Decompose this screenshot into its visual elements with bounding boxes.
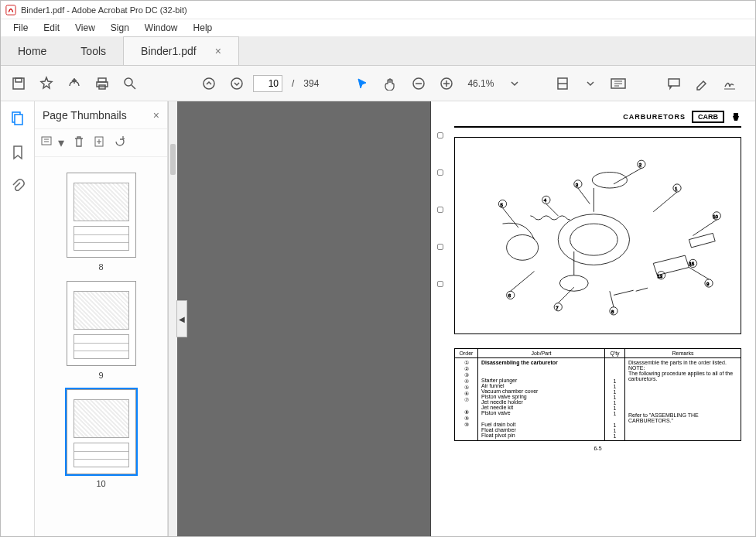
toolbar: / 394 46.1% [1, 66, 755, 101]
svg-text:6: 6 [508, 292, 511, 298]
zoom-value[interactable]: 46.1% [467, 78, 494, 89]
menu-file[interactable]: File [5, 21, 36, 35]
page-header: CARBURETORS CARB [454, 111, 741, 128]
order-5: ⑤ [458, 385, 474, 391]
qty-3: 1 [608, 389, 621, 395]
job-6: Jet needle kit [481, 405, 601, 410]
svg-text:15: 15 [689, 261, 694, 266]
menu-sign[interactable]: Sign [103, 21, 137, 35]
thumbnails-close-icon[interactable]: × [153, 109, 159, 121]
thumb-options-icon[interactable]: ▾ [41, 135, 64, 150]
thumbnails-scrollthumb[interactable] [170, 144, 176, 175]
svg-text:1: 1 [675, 186, 678, 191]
zoom-in-icon[interactable] [435, 72, 458, 95]
svg-point-19 [558, 214, 629, 265]
fit-dropdown-icon[interactable] [579, 72, 602, 95]
share-icon[interactable] [63, 72, 86, 95]
menu-edit[interactable]: Edit [36, 21, 67, 35]
thumbnail-item[interactable]: 10 [67, 389, 136, 488]
thumbnail-number: 8 [67, 262, 136, 272]
qty-6: 1 [608, 405, 621, 411]
save-icon[interactable] [7, 72, 30, 95]
qty-1: 1 [608, 378, 621, 384]
page-up-icon[interactable] [197, 72, 221, 95]
attachments-rail-icon[interactable] [5, 174, 30, 199]
thumbnails-rail-icon[interactable] [5, 106, 30, 131]
zoom-out-icon[interactable] [407, 72, 430, 95]
menu-window[interactable]: Window [137, 21, 186, 35]
print-icon[interactable] [91, 72, 114, 95]
thumbnails-header: Page Thumbnails × [35, 101, 167, 129]
job-3: Vacuum chamber cover [481, 388, 601, 394]
section-name: CARBURETORS [623, 113, 686, 121]
parts-table: Order Job/Part Q'ty Remarks ① ② ③ ④ ⑤ ⑥ … [454, 348, 741, 441]
bookmarks-rail-icon[interactable] [5, 140, 30, 165]
star-icon[interactable] [35, 72, 58, 95]
fit-width-icon[interactable] [551, 72, 574, 95]
svg-rect-16 [42, 137, 51, 145]
svg-text:3: 3 [576, 182, 579, 187]
job-9: Float chamber [481, 427, 601, 433]
thumbnail-number: 10 [67, 479, 136, 488]
window-title: Binder1.pdf - Adobe Acrobat Pro DC (32-b… [21, 5, 187, 15]
content-area: Page Thumbnails × ▾ 8 9 10 [1, 101, 755, 536]
thumb-delete-icon[interactable] [74, 135, 84, 151]
document-area[interactable]: ◀ CARBURETORS CARB [177, 101, 755, 536]
thumbnail-item[interactable]: 9 [67, 281, 136, 380]
order-1: ① [458, 360, 474, 366]
tabbar: Home Tools Binder1.pdf × [1, 36, 755, 66]
order-8: ⑧ [458, 409, 474, 416]
tab-document-label: Binder1.pdf [141, 45, 197, 57]
job-10: Float pivot pin [481, 433, 601, 438]
svg-text:10: 10 [713, 214, 718, 219]
highlight-icon[interactable] [690, 72, 713, 95]
svg-point-8 [231, 78, 242, 89]
job-7: Piston valve [481, 410, 601, 416]
svg-text:9: 9 [706, 281, 710, 286]
comment-icon[interactable] [662, 72, 686, 95]
thumbnail-item[interactable]: 8 [67, 173, 136, 272]
find-icon[interactable] [118, 72, 142, 95]
job-5: Jet needle holder [481, 399, 601, 405]
svg-point-7 [204, 78, 214, 89]
thumbnail-number: 9 [67, 371, 136, 380]
svg-rect-2 [15, 78, 22, 82]
tab-document[interactable]: Binder1.pdf × [123, 36, 239, 65]
select-tool-icon[interactable] [351, 72, 375, 95]
qty-4: 1 [608, 395, 621, 400]
hand-tool-icon[interactable] [379, 72, 402, 95]
svg-rect-0 [6, 5, 15, 14]
zoom-dropdown-icon[interactable] [503, 72, 526, 95]
qty-2: 1 [608, 384, 621, 389]
order-2: ② [458, 366, 474, 372]
svg-rect-15 [15, 115, 22, 125]
remarks-note: Disassemble the parts in the order liste… [628, 360, 737, 381]
thumbnails-title: Page Thumbnails [43, 109, 127, 121]
page-down-icon[interactable] [225, 72, 248, 95]
svg-point-21 [592, 173, 627, 189]
svg-point-23 [559, 275, 588, 292]
thumbnails-panel: Page Thumbnails × ▾ 8 9 10 [35, 101, 168, 536]
titlebar: Binder1.pdf - Adobe Acrobat Pro DC (32-b… [1, 1, 755, 19]
order-4: ④ [458, 378, 474, 385]
carb-box: CARB [692, 111, 724, 123]
tab-home[interactable]: Home [1, 36, 63, 65]
job-1: Starter plunger [481, 378, 601, 383]
svg-text:5: 5 [500, 202, 503, 207]
menu-help[interactable]: Help [186, 21, 221, 35]
order-10: ⑩ [458, 422, 474, 428]
th-job: Job/Part [478, 349, 605, 358]
left-rail [1, 101, 35, 536]
tab-tools[interactable]: Tools [63, 36, 123, 65]
tab-close-icon[interactable]: × [215, 45, 221, 57]
thumbnails-list[interactable]: 8 9 10 [35, 157, 167, 536]
read-mode-icon[interactable] [607, 72, 630, 95]
carb-icon [730, 111, 741, 122]
panel-collapse-icon[interactable]: ◀ [176, 300, 187, 337]
thumb-rotate-icon[interactable] [114, 135, 126, 151]
order-6: ⑥ [458, 391, 474, 397]
menu-view[interactable]: View [67, 21, 103, 35]
thumb-new-icon[interactable] [94, 135, 104, 151]
page-number-input[interactable] [253, 75, 282, 92]
sign-tool-icon[interactable] [718, 72, 741, 95]
